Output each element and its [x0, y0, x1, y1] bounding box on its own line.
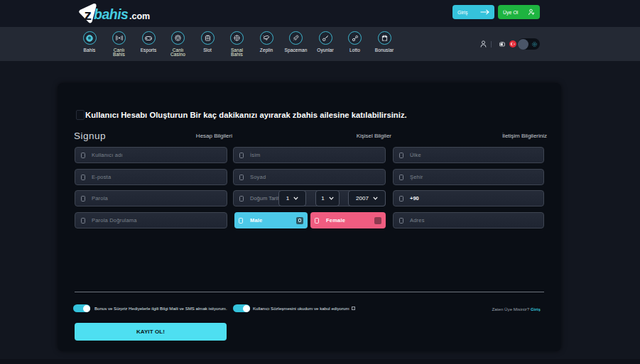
- svg-text:bahis: bahis: [94, 6, 129, 22]
- svg-text:z: z: [85, 6, 92, 23]
- svg-text:.com: .com: [129, 11, 150, 21]
